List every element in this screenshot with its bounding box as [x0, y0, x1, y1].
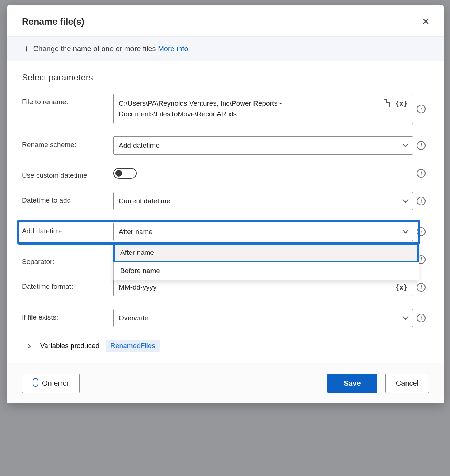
on-error-label: On error [42, 379, 69, 388]
row-datetime-format: Datetime format: MM-dd-yyyy {x} i [22, 278, 429, 296]
on-error-button[interactable]: On error [22, 374, 80, 393]
info-icon[interactable]: i [417, 314, 426, 322]
row-variables-produced: Variables produced RenamedFiles [26, 340, 429, 352]
row-file-to-rename: File to rename: C:\Users\PA\Reynolds Ven… [22, 94, 429, 124]
label-if-file-exists: If file exists: [22, 309, 113, 321]
section-title: Select parameters [22, 72, 429, 83]
label-variables-produced: Variables produced [40, 342, 99, 350]
dialog-title: Rename file(s) [22, 16, 84, 27]
select-rename-scheme[interactable]: Add datetime [113, 136, 413, 155]
option-after-name[interactable]: After name [114, 243, 419, 262]
value-datetime-format: MM-dd-yyyy [119, 283, 392, 291]
variable-picker-icon[interactable]: {x} [395, 98, 408, 109]
input-file-to-rename[interactable]: C:\Users\PA\Reynolds Ventures, Inc\Power… [113, 94, 413, 124]
label-separator: Separator: [22, 253, 113, 266]
shield-icon [33, 380, 38, 387]
chevron-down-icon [403, 314, 408, 322]
variable-chip-renamedfiles[interactable]: RenamedFiles [106, 340, 160, 352]
description-bar: ▭⁞ Change the name of one or more files … [7, 36, 444, 61]
label-file-to-rename: File to rename: [22, 94, 113, 106]
chevron-right-icon[interactable] [26, 342, 34, 350]
row-add-datetime: Add datetime: After name i After name Be… [22, 223, 429, 241]
label-datetime-format: Datetime format: [22, 278, 113, 291]
cancel-button[interactable]: Cancel [385, 374, 429, 393]
option-before-name[interactable]: Before name [114, 262, 419, 280]
info-icon[interactable]: i [417, 227, 426, 236]
label-use-custom-datetime: Use custom datetime: [22, 167, 113, 180]
dialog-body: Select parameters File to rename: C:\Use… [7, 61, 444, 363]
rename-files-dialog: Rename file(s) ✕ ▭⁞ Change the name of o… [7, 5, 444, 403]
value-datetime-to-add: Current datetime [119, 197, 400, 205]
close-icon[interactable]: ✕ [419, 15, 433, 29]
value-add-datetime: After name [119, 228, 400, 236]
label-add-datetime: Add datetime: [22, 223, 113, 235]
label-datetime-to-add: Datetime to add: [22, 192, 113, 204]
value-file-to-rename: C:\Users\PA\Reynolds Ventures, Inc\Power… [119, 98, 380, 119]
select-if-file-exists[interactable]: Overwrite [113, 309, 413, 327]
toggle-use-custom-datetime[interactable] [113, 168, 137, 179]
chevron-down-icon [403, 141, 408, 150]
row-if-file-exists: If file exists: Overwrite i [22, 309, 429, 327]
variable-picker-icon[interactable]: {x} [395, 283, 408, 291]
select-add-datetime[interactable]: After name [113, 223, 413, 241]
info-icon[interactable]: i [417, 283, 426, 292]
value-if-file-exists: Overwrite [119, 314, 400, 322]
save-button[interactable]: Save [327, 374, 377, 393]
row-use-custom-datetime: Use custom datetime: i [22, 167, 429, 180]
chevron-down-icon [403, 228, 408, 236]
rename-icon: ▭⁞ [22, 45, 27, 53]
value-rename-scheme: Add datetime [119, 141, 400, 150]
select-datetime-to-add[interactable]: Current datetime [113, 192, 413, 210]
more-info-link[interactable]: More info [158, 45, 188, 53]
chevron-down-icon [403, 197, 408, 205]
info-icon[interactable]: i [417, 169, 426, 178]
dropdown-add-datetime: After name Before name [113, 243, 419, 280]
row-rename-scheme: Rename scheme: Add datetime i [22, 136, 429, 155]
info-icon[interactable]: i [417, 197, 426, 205]
info-icon[interactable]: i [417, 141, 426, 150]
label-rename-scheme: Rename scheme: [22, 136, 113, 149]
dialog-footer: On error Save Cancel [7, 363, 444, 403]
dialog-header: Rename file(s) ✕ [7, 5, 444, 36]
input-datetime-format[interactable]: MM-dd-yyyy {x} [113, 278, 413, 296]
toggle-knob [115, 170, 122, 177]
row-datetime-to-add: Datetime to add: Current datetime i [22, 192, 429, 210]
file-picker-icon[interactable] [384, 99, 390, 107]
description-text: Change the name of one or more files [33, 45, 156, 53]
info-icon[interactable]: i [417, 105, 426, 113]
